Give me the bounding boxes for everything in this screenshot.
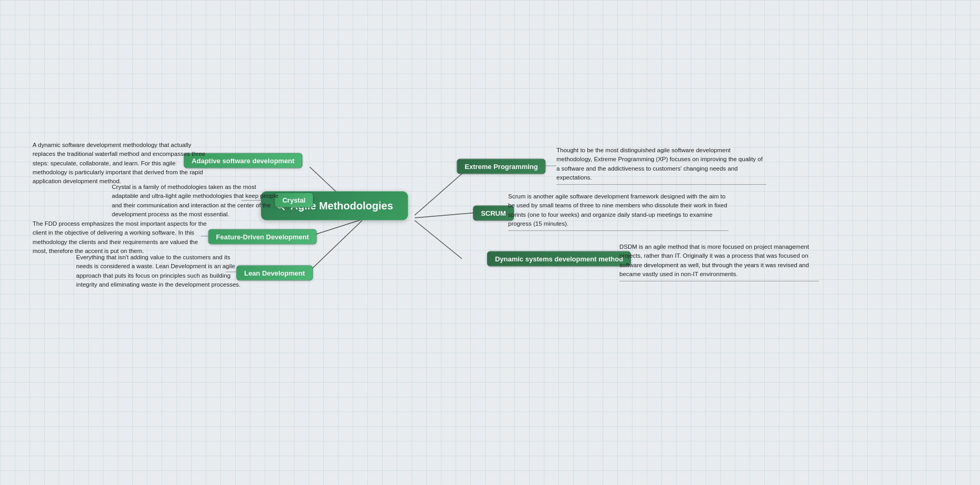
desc-lean: Everything that isn't adding value to th… [76,253,244,289]
lean-node-label: Lean Development [244,269,305,277]
scrum-node-label: SCRUM [481,209,506,217]
dsdm-node[interactable]: Dynamic systems development method [487,251,631,267]
svg-line-3 [309,220,362,272]
xp-node-label: Extreme Programming [465,163,538,171]
desc-adaptive: A dynamic software development methodolo… [33,141,211,186]
fdd-node-label: Feature-Driven Development [216,233,309,241]
dsdm-node-label: Dynamic systems development method [495,255,623,263]
fdd-node[interactable]: Feature-Driven Development [208,229,317,245]
xp-node[interactable]: Extreme Programming [457,159,545,174]
desc-fdd: The FDD process emphasizes the most impo… [33,219,211,256]
desc-scrum: Scrum is another agile software developm… [508,192,729,231]
desc-xp: Thought to be the most distinguished agi… [556,146,766,185]
crystal-node[interactable]: Crystal [275,193,313,208]
svg-line-5 [415,213,477,218]
crystal-node-label: Crystal [282,196,305,204]
svg-line-6 [415,220,462,259]
desc-crystal: Crystal is a family of methodologies tak… [112,183,280,219]
lean-node[interactable]: Lean Development [236,266,313,281]
svg-line-2 [310,219,362,236]
desc-dsdm: DSDM is an agile method that is more foc… [619,242,819,281]
